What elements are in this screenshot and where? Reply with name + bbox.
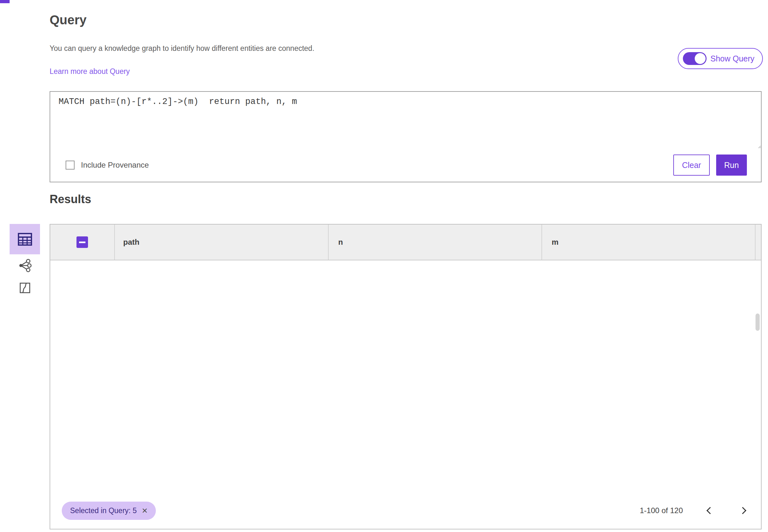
run-button[interactable]: Run bbox=[716, 155, 747, 176]
page-title: Query bbox=[50, 13, 87, 27]
learn-more-link[interactable]: Learn more about Query bbox=[50, 67, 130, 76]
map-view-button[interactable] bbox=[10, 277, 40, 299]
previous-page-button[interactable] bbox=[704, 505, 716, 516]
table-footer: Selected in Query: 5 × 1-100 of 120 bbox=[50, 492, 761, 529]
clear-selection-icon[interactable]: × bbox=[142, 506, 148, 515]
graph-view-icon bbox=[18, 258, 32, 273]
clear-button[interactable]: Clear bbox=[673, 155, 710, 176]
toggle-knob bbox=[695, 53, 706, 64]
table-view-icon bbox=[16, 231, 34, 247]
include-provenance-checkbox[interactable] bbox=[66, 161, 75, 170]
include-provenance-label: Include Provenance bbox=[81, 161, 149, 170]
results-view-rail bbox=[10, 224, 40, 299]
show-query-toggle[interactable]: Show Query bbox=[678, 48, 763, 69]
select-all-checkbox[interactable] bbox=[76, 236, 88, 248]
column-header-m[interactable]: m bbox=[552, 238, 558, 247]
map-view-icon bbox=[18, 281, 32, 295]
table-view-button[interactable] bbox=[10, 224, 40, 254]
scrollbar-gutter bbox=[755, 225, 761, 260]
page-description: You can query a knowledge graph to ident… bbox=[50, 44, 314, 53]
graph-view-button[interactable] bbox=[10, 254, 40, 277]
column-header-path[interactable]: path bbox=[123, 238, 140, 247]
query-controls: Include Provenance Clear Run bbox=[50, 148, 761, 182]
pagination: 1-100 of 120 bbox=[640, 505, 748, 516]
top-left-accent bbox=[0, 0, 10, 3]
table-header-row: path n m bbox=[50, 225, 761, 260]
pagination-range: 1-100 of 120 bbox=[640, 506, 683, 515]
results-heading: Results bbox=[50, 193, 91, 206]
query-editor-box: MATCH path=(n)-[r*..2]->(m) return path,… bbox=[50, 91, 762, 182]
column-header-n[interactable]: n bbox=[338, 238, 343, 247]
selected-in-query-label: Selected in Query: 5 bbox=[70, 506, 137, 515]
table-scrollbar-thumb[interactable] bbox=[756, 314, 760, 331]
query-page: Query You can query a knowledge graph to… bbox=[0, 0, 768, 532]
toggle-switch-icon[interactable] bbox=[683, 52, 707, 65]
include-provenance-option[interactable]: Include Provenance bbox=[66, 161, 149, 170]
results-table: path n m Selected in Query: 5 × 1-100 of… bbox=[50, 224, 762, 529]
next-page-button[interactable] bbox=[737, 505, 748, 516]
selected-in-query-chip[interactable]: Selected in Query: 5 × bbox=[62, 502, 156, 520]
query-input[interactable]: MATCH path=(n)-[r*..2]->(m) return path,… bbox=[50, 92, 761, 148]
show-query-label: Show Query bbox=[710, 54, 755, 63]
